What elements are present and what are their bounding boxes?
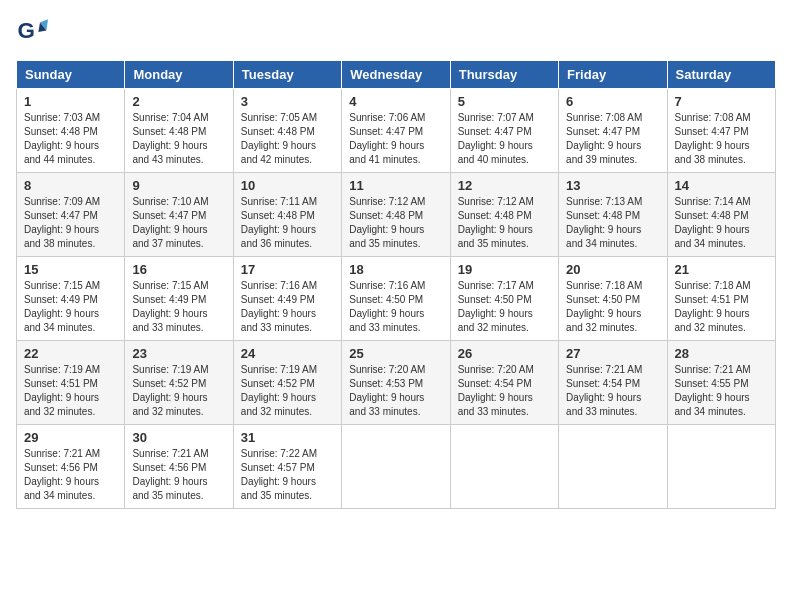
day-info: Sunrise: 7:22 AMSunset: 4:57 PMDaylight:… — [241, 448, 317, 501]
day-number: 20 — [566, 262, 659, 277]
day-info: Sunrise: 7:17 AMSunset: 4:50 PMDaylight:… — [458, 280, 534, 333]
calendar-cell: 5 Sunrise: 7:07 AMSunset: 4:47 PMDayligh… — [450, 89, 558, 173]
calendar-week-1: 1 Sunrise: 7:03 AMSunset: 4:48 PMDayligh… — [17, 89, 776, 173]
day-number: 5 — [458, 94, 551, 109]
calendar-cell: 8 Sunrise: 7:09 AMSunset: 4:47 PMDayligh… — [17, 173, 125, 257]
calendar-cell: 15 Sunrise: 7:15 AMSunset: 4:49 PMDaylig… — [17, 257, 125, 341]
calendar-cell — [559, 425, 667, 509]
calendar-cell: 7 Sunrise: 7:08 AMSunset: 4:47 PMDayligh… — [667, 89, 775, 173]
col-header-thursday: Thursday — [450, 61, 558, 89]
day-number: 28 — [675, 346, 768, 361]
calendar-cell: 13 Sunrise: 7:13 AMSunset: 4:48 PMDaylig… — [559, 173, 667, 257]
day-info: Sunrise: 7:16 AMSunset: 4:50 PMDaylight:… — [349, 280, 425, 333]
day-info: Sunrise: 7:18 AMSunset: 4:50 PMDaylight:… — [566, 280, 642, 333]
calendar-cell: 3 Sunrise: 7:05 AMSunset: 4:48 PMDayligh… — [233, 89, 341, 173]
calendar-week-2: 8 Sunrise: 7:09 AMSunset: 4:47 PMDayligh… — [17, 173, 776, 257]
day-number: 13 — [566, 178, 659, 193]
day-info: Sunrise: 7:12 AMSunset: 4:48 PMDaylight:… — [349, 196, 425, 249]
col-header-friday: Friday — [559, 61, 667, 89]
calendar-cell: 18 Sunrise: 7:16 AMSunset: 4:50 PMDaylig… — [342, 257, 450, 341]
calendar-cell: 10 Sunrise: 7:11 AMSunset: 4:48 PMDaylig… — [233, 173, 341, 257]
day-number: 2 — [132, 94, 225, 109]
calendar-cell: 17 Sunrise: 7:16 AMSunset: 4:49 PMDaylig… — [233, 257, 341, 341]
calendar-cell: 25 Sunrise: 7:20 AMSunset: 4:53 PMDaylig… — [342, 341, 450, 425]
day-number: 31 — [241, 430, 334, 445]
calendar-cell — [342, 425, 450, 509]
calendar-cell: 14 Sunrise: 7:14 AMSunset: 4:48 PMDaylig… — [667, 173, 775, 257]
calendar-week-3: 15 Sunrise: 7:15 AMSunset: 4:49 PMDaylig… — [17, 257, 776, 341]
calendar-table: SundayMondayTuesdayWednesdayThursdayFrid… — [16, 60, 776, 509]
day-number: 30 — [132, 430, 225, 445]
day-info: Sunrise: 7:21 AMSunset: 4:56 PMDaylight:… — [132, 448, 208, 501]
day-number: 25 — [349, 346, 442, 361]
day-info: Sunrise: 7:15 AMSunset: 4:49 PMDaylight:… — [24, 280, 100, 333]
day-number: 4 — [349, 94, 442, 109]
day-number: 7 — [675, 94, 768, 109]
day-info: Sunrise: 7:11 AMSunset: 4:48 PMDaylight:… — [241, 196, 317, 249]
calendar-cell: 12 Sunrise: 7:12 AMSunset: 4:48 PMDaylig… — [450, 173, 558, 257]
day-number: 1 — [24, 94, 117, 109]
calendar-cell: 29 Sunrise: 7:21 AMSunset: 4:56 PMDaylig… — [17, 425, 125, 509]
logo-icon: G — [16, 16, 48, 48]
day-info: Sunrise: 7:10 AMSunset: 4:47 PMDaylight:… — [132, 196, 208, 249]
day-number: 8 — [24, 178, 117, 193]
col-header-monday: Monday — [125, 61, 233, 89]
calendar-cell: 30 Sunrise: 7:21 AMSunset: 4:56 PMDaylig… — [125, 425, 233, 509]
day-info: Sunrise: 7:19 AMSunset: 4:51 PMDaylight:… — [24, 364, 100, 417]
calendar-cell: 31 Sunrise: 7:22 AMSunset: 4:57 PMDaylig… — [233, 425, 341, 509]
day-number: 19 — [458, 262, 551, 277]
day-info: Sunrise: 7:12 AMSunset: 4:48 PMDaylight:… — [458, 196, 534, 249]
day-number: 27 — [566, 346, 659, 361]
page-header: G — [16, 16, 776, 48]
calendar-cell: 6 Sunrise: 7:08 AMSunset: 4:47 PMDayligh… — [559, 89, 667, 173]
day-number: 11 — [349, 178, 442, 193]
day-info: Sunrise: 7:21 AMSunset: 4:56 PMDaylight:… — [24, 448, 100, 501]
day-info: Sunrise: 7:03 AMSunset: 4:48 PMDaylight:… — [24, 112, 100, 165]
day-info: Sunrise: 7:06 AMSunset: 4:47 PMDaylight:… — [349, 112, 425, 165]
calendar-cell: 2 Sunrise: 7:04 AMSunset: 4:48 PMDayligh… — [125, 89, 233, 173]
day-info: Sunrise: 7:08 AMSunset: 4:47 PMDaylight:… — [675, 112, 751, 165]
day-info: Sunrise: 7:09 AMSunset: 4:47 PMDaylight:… — [24, 196, 100, 249]
day-number: 18 — [349, 262, 442, 277]
day-number: 9 — [132, 178, 225, 193]
calendar-cell — [450, 425, 558, 509]
calendar-cell: 26 Sunrise: 7:20 AMSunset: 4:54 PMDaylig… — [450, 341, 558, 425]
calendar-cell: 28 Sunrise: 7:21 AMSunset: 4:55 PMDaylig… — [667, 341, 775, 425]
day-number: 21 — [675, 262, 768, 277]
calendar-cell: 1 Sunrise: 7:03 AMSunset: 4:48 PMDayligh… — [17, 89, 125, 173]
day-info: Sunrise: 7:08 AMSunset: 4:47 PMDaylight:… — [566, 112, 642, 165]
calendar-cell: 16 Sunrise: 7:15 AMSunset: 4:49 PMDaylig… — [125, 257, 233, 341]
calendar-cell: 23 Sunrise: 7:19 AMSunset: 4:52 PMDaylig… — [125, 341, 233, 425]
day-info: Sunrise: 7:07 AMSunset: 4:47 PMDaylight:… — [458, 112, 534, 165]
calendar-week-4: 22 Sunrise: 7:19 AMSunset: 4:51 PMDaylig… — [17, 341, 776, 425]
svg-text:G: G — [18, 18, 35, 43]
day-number: 16 — [132, 262, 225, 277]
day-info: Sunrise: 7:14 AMSunset: 4:48 PMDaylight:… — [675, 196, 751, 249]
calendar-cell: 21 Sunrise: 7:18 AMSunset: 4:51 PMDaylig… — [667, 257, 775, 341]
day-number: 17 — [241, 262, 334, 277]
col-header-sunday: Sunday — [17, 61, 125, 89]
day-number: 22 — [24, 346, 117, 361]
col-header-wednesday: Wednesday — [342, 61, 450, 89]
calendar-week-5: 29 Sunrise: 7:21 AMSunset: 4:56 PMDaylig… — [17, 425, 776, 509]
day-info: Sunrise: 7:05 AMSunset: 4:48 PMDaylight:… — [241, 112, 317, 165]
calendar-cell: 24 Sunrise: 7:19 AMSunset: 4:52 PMDaylig… — [233, 341, 341, 425]
day-number: 26 — [458, 346, 551, 361]
calendar-cell: 4 Sunrise: 7:06 AMSunset: 4:47 PMDayligh… — [342, 89, 450, 173]
day-info: Sunrise: 7:21 AMSunset: 4:55 PMDaylight:… — [675, 364, 751, 417]
day-info: Sunrise: 7:13 AMSunset: 4:48 PMDaylight:… — [566, 196, 642, 249]
calendar-cell: 27 Sunrise: 7:21 AMSunset: 4:54 PMDaylig… — [559, 341, 667, 425]
calendar-cell: 9 Sunrise: 7:10 AMSunset: 4:47 PMDayligh… — [125, 173, 233, 257]
day-number: 23 — [132, 346, 225, 361]
day-number: 12 — [458, 178, 551, 193]
day-info: Sunrise: 7:19 AMSunset: 4:52 PMDaylight:… — [241, 364, 317, 417]
logo: G — [16, 16, 52, 48]
day-info: Sunrise: 7:21 AMSunset: 4:54 PMDaylight:… — [566, 364, 642, 417]
day-number: 14 — [675, 178, 768, 193]
calendar-cell: 20 Sunrise: 7:18 AMSunset: 4:50 PMDaylig… — [559, 257, 667, 341]
calendar-cell — [667, 425, 775, 509]
calendar-cell: 11 Sunrise: 7:12 AMSunset: 4:48 PMDaylig… — [342, 173, 450, 257]
col-header-tuesday: Tuesday — [233, 61, 341, 89]
day-number: 6 — [566, 94, 659, 109]
day-info: Sunrise: 7:04 AMSunset: 4:48 PMDaylight:… — [132, 112, 208, 165]
